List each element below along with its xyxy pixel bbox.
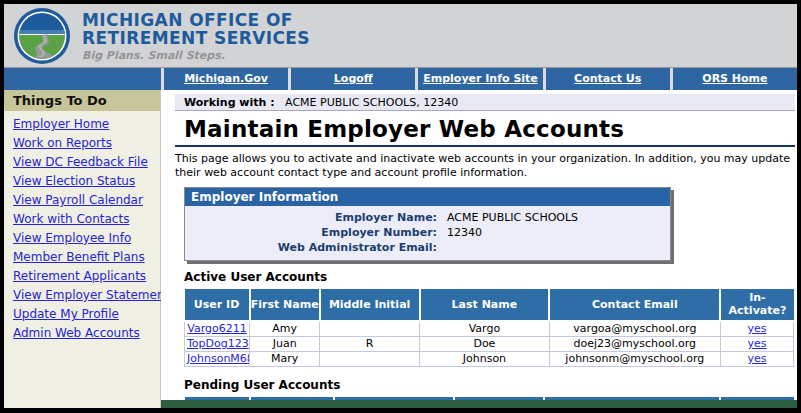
nav-link-logoff[interactable]: Logoff: [291, 68, 415, 90]
cell-in-activate: yes: [720, 352, 793, 367]
top-navbar: Michigan.GovLogoffEmployer Info SiteCont…: [4, 68, 797, 90]
sidebar-item-view-dc-feedback-file[interactable]: View DC Feedback File: [13, 156, 156, 169]
employer-field-employer-name: Employer Name:ACME PUBLIC SCHOOLS: [185, 210, 670, 225]
brand-title-line1: MICHIGAN OFFICE OF: [82, 11, 310, 29]
brand-tagline: Big Plans. Small Steps.: [82, 50, 310, 61]
nav-link-employer-info-site[interactable]: Employer Info Site: [418, 68, 542, 90]
page-title: Maintain Employer Web Accounts: [175, 116, 795, 147]
field-value: ACME PUBLIC SCHOOLS: [437, 210, 578, 225]
cell-in-activate: yes: [720, 321, 793, 337]
sidebar-item-work-with-contacts[interactable]: Work with Contacts: [13, 213, 156, 226]
action-link[interactable]: yes: [747, 352, 766, 365]
user-id-link[interactable]: JohnsonM68: [187, 352, 250, 365]
sidebar-item-retirement-applicants[interactable]: Retirement Applicants: [13, 270, 156, 283]
cell-last-name: Doe: [420, 337, 550, 352]
sidebar-header: Things To Do: [4, 90, 160, 111]
sidebar-item-view-employee-info[interactable]: View Employee Info: [13, 232, 156, 245]
working-with-value: ACME PUBLIC SCHOOLS, 12340: [285, 96, 458, 109]
sidebar-item-view-employer-statement[interactable]: View Employer Statement: [13, 289, 156, 302]
brand-title-line2: RETIREMENT SERVICES: [82, 29, 310, 47]
navbar-spacer: [4, 68, 161, 90]
cell-middle-initial: [320, 321, 420, 337]
col-header-middle-initial: Middle Initial: [320, 289, 420, 321]
cell-last-name: Johnson: [420, 352, 550, 367]
nav-link-ors-home[interactable]: ORS Home: [673, 68, 797, 90]
sidebar-item-update-my-profile[interactable]: Update My Profile: [13, 308, 156, 321]
employer-field-web-administrator-email: Web Administrator Email:: [185, 240, 670, 255]
sidebar-item-view-payroll-calendar[interactable]: View Payroll Calendar: [13, 194, 156, 207]
sidebar-item-work-on-reports[interactable]: Work on Reports: [13, 137, 156, 150]
cell-first-name: Mary: [250, 352, 320, 367]
field-label: Web Administrator Email:: [185, 240, 437, 255]
cell-middle-initial: R: [320, 337, 420, 352]
field-label: Employer Number:: [185, 225, 437, 240]
table-row: Vargo6211AmyVargovargoa@myschool.orgyes: [185, 321, 794, 337]
col-header-last-name: Last Name: [420, 289, 550, 321]
cell-user-id: JohnsonM68: [185, 352, 250, 367]
table-row: JohnsonM68MaryJohnsonjohnsonm@myschool.o…: [185, 352, 794, 367]
ors-road-circle-logo: [14, 8, 70, 64]
sidebar-nav: Employer HomeWork on ReportsView DC Feed…: [4, 111, 160, 340]
page-description: This page allows you to activate and ina…: [175, 152, 795, 180]
employer-field-employer-number: Employer Number:12340: [185, 225, 670, 240]
active-accounts-heading: Active User Accounts: [184, 270, 795, 284]
cell-last-name: Vargo: [420, 321, 550, 337]
cell-contact-email: doej23@myschool.org: [549, 337, 720, 352]
col-header-in-activate: In-Activate?: [720, 289, 793, 321]
sidebar-item-employer-home[interactable]: Employer Home: [13, 118, 156, 131]
app-window: MICHIGAN OFFICE OF RETIREMENT SERVICES B…: [4, 4, 797, 408]
user-id-link[interactable]: Vargo6211: [187, 322, 246, 335]
field-value: [437, 240, 447, 255]
field-value: 12340: [437, 225, 482, 240]
employer-info-fields: Employer Name:ACME PUBLIC SCHOOLSEmploye…: [185, 206, 670, 260]
masthead-text: MICHIGAN OFFICE OF RETIREMENT SERVICES B…: [82, 11, 310, 61]
col-header-user-id: User ID: [185, 289, 250, 321]
sidebar-item-member-benefit-plans[interactable]: Member Benefit Plans: [13, 251, 156, 264]
pending-accounts-heading: Pending User Accounts: [184, 378, 795, 392]
action-link[interactable]: yes: [747, 337, 766, 350]
main-content: Working with : ACME PUBLIC SCHOOLS, 1234…: [161, 90, 797, 408]
footer-strip: [161, 400, 797, 408]
employer-info-panel: Employer Information Employer Name:ACME …: [184, 187, 671, 261]
action-link[interactable]: yes: [747, 322, 766, 335]
sidebar: Things To Do Employer HomeWork on Report…: [4, 90, 161, 408]
content-row: Things To Do Employer HomeWork on Report…: [4, 90, 797, 408]
cell-first-name: Amy: [250, 321, 320, 337]
sidebar-item-admin-web-accounts[interactable]: Admin Web Accounts: [13, 327, 156, 340]
working-with-label: Working with :: [184, 96, 275, 109]
user-id-link[interactable]: TopDog123: [187, 337, 249, 350]
active-accounts-table: User IDFirst NameMiddle InitialLast Name…: [184, 289, 794, 367]
col-header-contact-email: Contact Email: [549, 289, 720, 321]
cell-contact-email: vargoa@myschool.org: [549, 321, 720, 337]
nav-link-michigan-gov[interactable]: Michigan.Gov: [164, 68, 288, 90]
employer-info-header: Employer Information: [185, 188, 670, 206]
cell-first-name: Juan: [250, 337, 320, 352]
nav-link-contact-us[interactable]: Contact Us: [546, 68, 670, 90]
cell-contact-email: johnsonm@myschool.org: [549, 352, 720, 367]
table-row: TopDog123JuanRDoedoej23@myschool.orgyes: [185, 337, 794, 352]
cell-middle-initial: [320, 352, 420, 367]
table-header-row: User IDFirst NameMiddle InitialLast Name…: [185, 289, 794, 321]
cell-in-activate: yes: [720, 337, 793, 352]
field-label: Employer Name:: [185, 210, 437, 225]
navbar-links: Michigan.GovLogoffEmployer Info SiteCont…: [161, 68, 797, 90]
working-with-bar: Working with : ACME PUBLIC SCHOOLS, 1234…: [175, 94, 795, 111]
sidebar-item-view-election-status[interactable]: View Election Status: [13, 175, 156, 188]
masthead: MICHIGAN OFFICE OF RETIREMENT SERVICES B…: [4, 4, 797, 68]
cell-user-id: Vargo6211: [185, 321, 250, 337]
col-header-first-name: First Name: [250, 289, 320, 321]
cell-user-id: TopDog123: [185, 337, 250, 352]
